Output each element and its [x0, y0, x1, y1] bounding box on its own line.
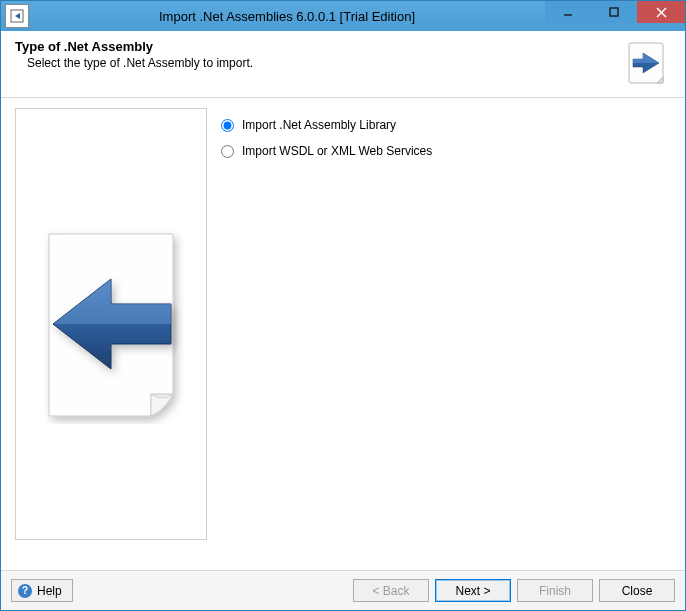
header-import-icon	[623, 39, 671, 87]
minimize-button[interactable]	[545, 1, 591, 23]
titlebar: Import .Net Assemblies 6.0.0.1 [Trial Ed…	[1, 1, 685, 31]
maximize-button[interactable]	[591, 1, 637, 23]
back-button: < Back	[353, 579, 429, 602]
help-icon: ?	[18, 584, 32, 598]
finish-button: Finish	[517, 579, 593, 602]
radio-import-library-label: Import .Net Assembly Library	[242, 118, 396, 132]
svg-rect-2	[610, 8, 618, 16]
page-subtitle: Select the type of .Net Assembly to impo…	[27, 56, 253, 70]
page-title: Type of .Net Assembly	[15, 39, 253, 54]
wizard-footer: ? Help < Back Next > Finish Close	[1, 570, 685, 610]
close-button[interactable]: Close	[599, 579, 675, 602]
help-label: Help	[37, 584, 62, 598]
window-controls	[545, 1, 685, 23]
radio-import-library-input[interactable]	[221, 119, 234, 132]
radio-import-library[interactable]: Import .Net Assembly Library	[221, 118, 671, 132]
help-button[interactable]: ? Help	[11, 579, 73, 602]
next-button[interactable]: Next >	[435, 579, 511, 602]
radio-import-wsdl[interactable]: Import WSDL or XML Web Services	[221, 144, 671, 158]
radio-import-wsdl-input[interactable]	[221, 145, 234, 158]
window-title: Import .Net Assemblies 6.0.0.1 [Trial Ed…	[29, 9, 545, 24]
app-icon	[5, 4, 29, 28]
radio-import-wsdl-label: Import WSDL or XML Web Services	[242, 144, 432, 158]
close-window-button[interactable]	[637, 1, 685, 23]
wizard-side-image	[15, 108, 207, 540]
wizard-header: Type of .Net Assembly Select the type of…	[1, 31, 685, 98]
